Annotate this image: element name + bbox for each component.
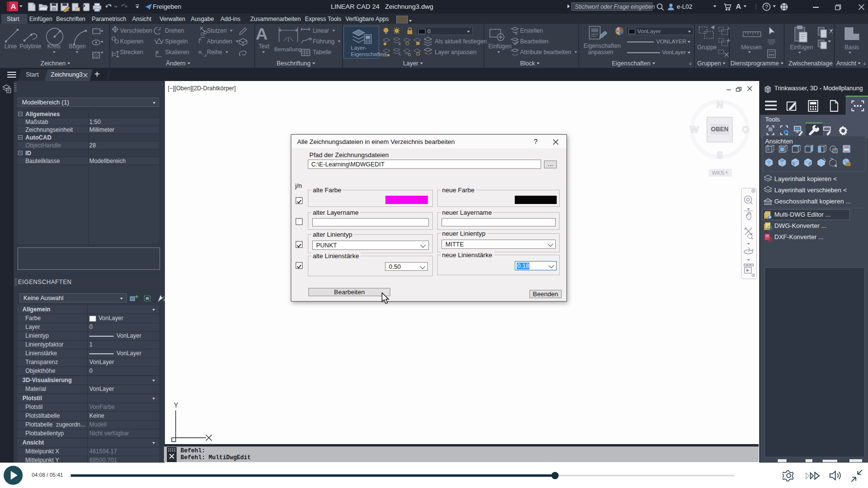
svg-text:Y: Y bbox=[174, 401, 179, 409]
svg-text:N: N bbox=[716, 100, 723, 110]
svg-text:OBEN: OBEN bbox=[711, 126, 728, 133]
svg-text:W: W bbox=[690, 124, 699, 135]
svg-text:S: S bbox=[717, 150, 723, 160]
svg-text:O: O bbox=[742, 124, 749, 135]
svg-text:?: ? bbox=[765, 4, 768, 10]
